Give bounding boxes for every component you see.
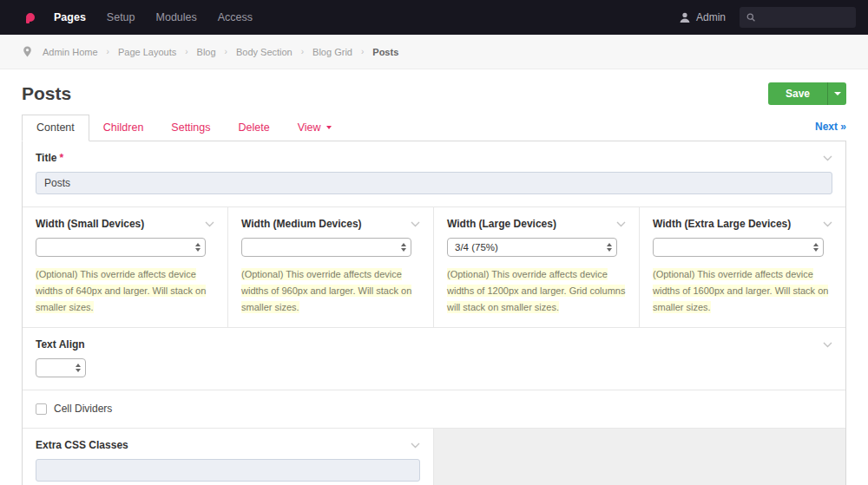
tab-view-label: View <box>298 121 321 134</box>
breadcrumb-item[interactable]: Page Layouts <box>118 47 176 57</box>
select-stepper-icon <box>401 243 406 252</box>
chevron-down-icon <box>823 221 832 227</box>
chevron-down-icon <box>616 221 626 227</box>
text-align-label: Text Align <box>36 338 85 351</box>
breadcrumb-item[interactable]: Admin Home <box>43 47 98 57</box>
text-align-select[interactable] <box>36 358 86 377</box>
chevron-down-icon <box>823 342 832 348</box>
caret-down-icon <box>326 126 332 129</box>
extra-css-row: Extra CSS Classes ie. uk-background-mute… <box>23 428 845 485</box>
width-small-help: (Optional) This override affects device … <box>36 268 206 313</box>
breadcrumb-item[interactable]: Body Section <box>236 47 293 57</box>
collapse-toggle[interactable] <box>411 442 420 449</box>
search-input[interactable] <box>760 10 849 24</box>
select-stepper-icon <box>195 243 201 252</box>
required-asterisk: * <box>59 152 63 164</box>
collapse-toggle[interactable] <box>823 221 832 227</box>
nav-modules[interactable]: Modules <box>156 11 197 23</box>
title-input[interactable] <box>36 172 832 194</box>
extra-css-input[interactable] <box>36 459 420 482</box>
collapse-toggle[interactable] <box>823 155 832 161</box>
caret-down-icon <box>834 92 841 95</box>
tab-children[interactable]: Children <box>89 115 158 141</box>
width-medium-cell: Width (Medium Devices) (Optional) This o… <box>228 207 434 327</box>
extra-css-label: Extra CSS Classes <box>36 439 128 451</box>
chevron-down-icon <box>823 155 832 161</box>
save-button[interactable]: Save <box>768 82 827 105</box>
nav-setup[interactable]: Setup <box>107 11 135 23</box>
next-link[interactable]: Next » <box>815 121 846 141</box>
cell-dividers-row: Cell Dividers <box>23 390 845 428</box>
main-content: Posts Save Content Children Settings Del… <box>0 82 868 485</box>
collapse-toggle[interactable] <box>205 221 214 227</box>
extra-css-cell: Extra CSS Classes ie. uk-background-mute… <box>23 429 434 485</box>
title-field-header: Title* <box>36 152 832 164</box>
width-xlarge-select[interactable] <box>653 238 824 257</box>
breadcrumb: Admin Home › Page Layouts › Blog › Body … <box>0 35 868 69</box>
width-medium-help: (Optional) This override affects device … <box>241 268 411 313</box>
collapse-toggle[interactable] <box>411 221 420 227</box>
width-xlarge-cell: Width (Extra Large Devices) (Optional) T… <box>640 207 845 327</box>
width-large-help: (Optional) This override affects device … <box>447 268 625 313</box>
width-xlarge-label: Width (Extra Large Devices) <box>653 218 791 230</box>
user-icon <box>679 11 691 23</box>
cell-dividers-label[interactable]: Cell Dividers <box>54 403 112 415</box>
width-large-cell: Width (Large Devices) 3/4 (75%) (Optiona… <box>434 207 640 327</box>
breadcrumb-item[interactable]: Blog Grid <box>312 47 352 57</box>
search-icon <box>746 12 755 23</box>
search-box[interactable] <box>740 7 856 28</box>
breadcrumb-separator: › <box>301 47 304 56</box>
tab-settings[interactable]: Settings <box>157 115 224 141</box>
chevron-down-icon <box>411 442 420 449</box>
width-xlarge-help: (Optional) This override affects device … <box>653 268 828 313</box>
page-header: Posts Save <box>22 82 846 105</box>
chevron-down-icon <box>205 221 214 227</box>
width-fields-row: Width (Small Devices) (Optional) This ov… <box>23 206 845 327</box>
width-large-select[interactable]: 3/4 (75%) <box>447 238 617 257</box>
form-panel: Title* Width (Small Devices) (Optional) … <box>22 141 846 485</box>
width-large-label: Width (Large Devices) <box>447 218 556 230</box>
select-value: 3/4 (75%) <box>455 242 498 252</box>
top-navbar: Pages Setup Modules Access Admin <box>0 0 868 35</box>
text-align-section: Text Align <box>23 327 845 390</box>
collapse-toggle[interactable] <box>823 342 832 348</box>
tab-bar: Content Children Settings Delete View Ne… <box>22 115 846 141</box>
tab-delete[interactable]: Delete <box>225 115 284 141</box>
select-stepper-icon <box>76 364 81 372</box>
tab-view[interactable]: View <box>284 115 345 141</box>
save-dropdown-button[interactable] <box>827 82 846 105</box>
logo-ring-icon <box>26 13 35 22</box>
brand-logo-icon[interactable] <box>21 8 40 27</box>
tab-content[interactable]: Content <box>22 115 89 141</box>
breadcrumb-item-current: Posts <box>372 47 398 57</box>
width-medium-select[interactable] <box>241 238 411 257</box>
width-medium-label: Width (Medium Devices) <box>241 218 362 230</box>
select-stepper-icon <box>813 243 819 252</box>
user-menu[interactable]: Admin <box>679 11 726 23</box>
breadcrumb-separator: › <box>225 47 227 56</box>
width-small-select[interactable] <box>36 238 206 257</box>
nav-pages[interactable]: Pages <box>54 11 86 23</box>
breadcrumb-item[interactable]: Blog <box>197 47 216 57</box>
empty-grid-cell <box>434 429 845 485</box>
page-title: Posts <box>22 83 71 104</box>
save-split-button: Save <box>768 82 846 105</box>
user-name: Admin <box>696 11 726 23</box>
breadcrumb-separator: › <box>185 47 187 56</box>
cell-dividers-checkbox[interactable] <box>36 403 47 415</box>
map-pin-icon <box>23 46 32 57</box>
breadcrumb-separator: › <box>361 47 364 56</box>
width-small-label: Width (Small Devices) <box>36 218 144 230</box>
select-stepper-icon <box>607 243 612 252</box>
nav-access[interactable]: Access <box>218 11 253 23</box>
chevron-down-icon <box>411 221 420 227</box>
width-small-cell: Width (Small Devices) (Optional) This ov… <box>23 207 228 327</box>
collapse-toggle[interactable] <box>616 221 626 227</box>
title-field-label: Title* <box>36 152 63 164</box>
title-field-section: Title* <box>23 141 845 206</box>
breadcrumb-separator: › <box>107 47 109 56</box>
